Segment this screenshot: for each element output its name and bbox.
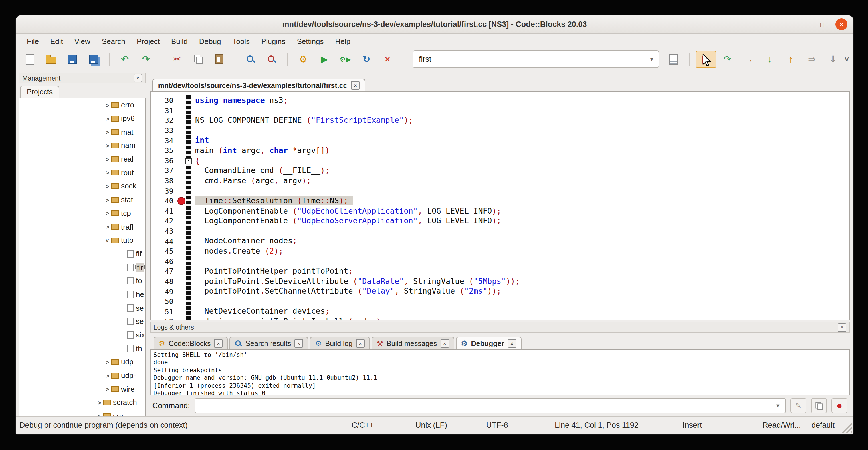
- command-combobox[interactable]: ▾: [195, 398, 786, 414]
- tree-collapsed-icon[interactable]: >: [104, 386, 111, 393]
- tree-item-wire[interactable]: >wire: [20, 382, 145, 396]
- breakpoint-margin[interactable]: [176, 95, 186, 106]
- code-line-32[interactable]: 32NS_LOG_COMPONENT_DEFINE ("FirstScriptE…: [151, 115, 849, 125]
- code-line-49[interactable]: 49 pointToPoint.SetChannelAttribute ("De…: [151, 287, 849, 296]
- rebuild-button[interactable]: ↻: [357, 51, 376, 67]
- edit-command-button[interactable]: ✎: [790, 398, 806, 414]
- code-line-38[interactable]: 38 cmd.Parse (argc, argv);: [151, 176, 849, 186]
- code-line-52[interactable]: 52 devices = pointToPoint.Install (nodes…: [151, 317, 849, 320]
- code-line-40[interactable]: 40 Time::SetResolution (Time::NS);: [151, 196, 849, 206]
- log-tab-build-messages[interactable]: ⚒Build messages×: [371, 337, 454, 350]
- command-input[interactable]: [195, 401, 770, 410]
- code-line-30[interactable]: 30using namespace ns3;: [151, 95, 849, 106]
- code-line-47[interactable]: 47 PointToPointHelper pointToPoint;: [151, 266, 849, 276]
- tree-collapsed-icon[interactable]: >: [104, 196, 111, 203]
- tree-collapsed-icon[interactable]: >: [104, 169, 111, 176]
- tree-item-stat[interactable]: >stat: [20, 193, 145, 206]
- run-to-cursor-button[interactable]: ↷: [718, 51, 737, 67]
- breakpoint-margin[interactable]: [176, 226, 186, 236]
- tree-collapsed-icon[interactable]: >: [104, 210, 111, 217]
- breakpoint-margin[interactable]: [176, 156, 186, 166]
- code-line-39[interactable]: 39: [151, 186, 849, 196]
- code-line-41[interactable]: 41 LogComponentEnable ("UdpEchoClientApp…: [151, 206, 849, 216]
- tree-item-ipv6[interactable]: >ipv6: [20, 112, 145, 125]
- tree-item-tcp[interactable]: >tcp: [20, 206, 145, 220]
- copy-log-button[interactable]: [811, 398, 827, 414]
- new-file-button[interactable]: [21, 51, 40, 67]
- breakpoint-margin[interactable]: [176, 276, 186, 286]
- tree-collapsed-icon[interactable]: >: [104, 183, 111, 189]
- tree-collapsed-icon[interactable]: >: [104, 128, 111, 136]
- fold-marker-icon[interactable]: -: [185, 158, 192, 164]
- code-line-48[interactable]: 48 pointToPoint.SetDeviceAttribute ("Dat…: [151, 276, 849, 286]
- code-line-46[interactable]: 46: [151, 256, 849, 266]
- code-line-37[interactable]: 37 CommandLine cmd (__FILE__);: [151, 166, 849, 176]
- menu-debug[interactable]: Debug: [194, 35, 226, 47]
- code-editor[interactable]: 30using namespace ns3;3132NS_LOG_COMPONE…: [150, 91, 850, 320]
- paste-button[interactable]: [210, 51, 229, 67]
- breakpoint-margin[interactable]: [176, 106, 186, 115]
- step-into-button[interactable]: ↓: [760, 51, 779, 67]
- breakpoint-margin[interactable]: [176, 206, 186, 216]
- tree-item-he[interactable]: he: [20, 288, 145, 301]
- breakpoint-margin[interactable]: [176, 126, 186, 136]
- title-bar[interactable]: mnt/dev/tools/source/ns-3-dev/examples/t…: [16, 16, 853, 34]
- copy-button[interactable]: [189, 51, 208, 67]
- tree-item-fir[interactable]: fir: [20, 261, 145, 274]
- breakpoint-margin[interactable]: [176, 196, 186, 206]
- tree-item-fif[interactable]: fif: [20, 247, 145, 261]
- tree-collapsed-icon[interactable]: >: [104, 142, 111, 149]
- menu-project[interactable]: Project: [131, 35, 165, 47]
- code-line-42[interactable]: 42 LogComponentEnable ("UdpEchoServerApp…: [151, 216, 849, 226]
- code-line-51[interactable]: 51 NetDeviceContainer devices;: [151, 306, 849, 317]
- menu-view[interactable]: View: [69, 35, 96, 47]
- various-info-button[interactable]: [664, 51, 684, 67]
- menu-build[interactable]: Build: [166, 35, 193, 47]
- tree-collapsed-icon[interactable]: >: [104, 156, 111, 162]
- build-target-combobox[interactable]: ▾: [412, 50, 659, 68]
- breakpoint-margin[interactable]: [176, 176, 186, 186]
- command-dropdown-icon[interactable]: ▾: [770, 402, 785, 410]
- replace-button[interactable]: [262, 51, 282, 67]
- tree-item-mat[interactable]: >mat: [20, 125, 145, 139]
- tab-projects[interactable]: Projects: [20, 86, 59, 98]
- breakpoint-margin[interactable]: [176, 136, 186, 146]
- log-tab-build-log[interactable]: ⚙Build log×: [310, 337, 370, 350]
- editor-tab-close-icon[interactable]: ×: [351, 81, 360, 90]
- management-close-icon[interactable]: ×: [133, 74, 142, 82]
- logs-close-icon[interactable]: ×: [838, 323, 846, 331]
- breakpoint-margin[interactable]: [176, 306, 186, 317]
- tree-collapsed-icon[interactable]: >: [96, 413, 103, 416]
- tree-item-th[interactable]: th: [20, 342, 145, 355]
- tree-item-se[interactable]: se: [20, 314, 145, 328]
- tree-item-sock[interactable]: >sock: [20, 179, 145, 193]
- breakpoint-margin[interactable]: [176, 287, 186, 296]
- breakpoint-icon[interactable]: [178, 197, 185, 205]
- tree-item-tuto[interactable]: >tuto: [20, 234, 145, 247]
- menu-tools[interactable]: Tools: [227, 35, 255, 47]
- step-out-button[interactable]: ↑: [781, 51, 800, 67]
- log-tab-search-results[interactable]: Search results×: [229, 337, 308, 350]
- tree-item-udp-[interactable]: >udp-: [20, 369, 145, 382]
- breakpoint-margin[interactable]: [176, 216, 186, 226]
- tree-item-fo[interactable]: fo: [20, 274, 145, 288]
- code-line-36[interactable]: 36-{: [151, 156, 849, 166]
- breakpoint-margin[interactable]: [176, 256, 186, 266]
- tree-collapsed-icon[interactable]: >: [104, 102, 111, 109]
- tree-collapsed-icon[interactable]: >: [96, 399, 103, 406]
- next-line-button[interactable]: →: [739, 51, 758, 67]
- step-into-instruction-button[interactable]: ⇓: [823, 51, 843, 67]
- minimize-icon[interactable]: –: [798, 19, 809, 30]
- close-icon[interactable]: ×: [835, 18, 847, 30]
- redo-button[interactable]: ↷: [136, 51, 156, 67]
- code-line-33[interactable]: 33: [151, 126, 849, 136]
- tree-item-nam[interactable]: >nam: [20, 139, 145, 152]
- build-button[interactable]: ⚙: [293, 51, 313, 67]
- tree-item-real[interactable]: >real: [20, 152, 145, 166]
- log-tab-close-icon[interactable]: ×: [507, 339, 516, 348]
- log-tab-debugger[interactable]: ⚙Debugger×: [456, 337, 521, 350]
- breakpoint-margin[interactable]: [176, 246, 186, 256]
- log-tab-close-icon[interactable]: ×: [440, 339, 449, 348]
- log-tab-close-icon[interactable]: ×: [356, 339, 364, 348]
- log-tab-close-icon[interactable]: ×: [214, 339, 223, 348]
